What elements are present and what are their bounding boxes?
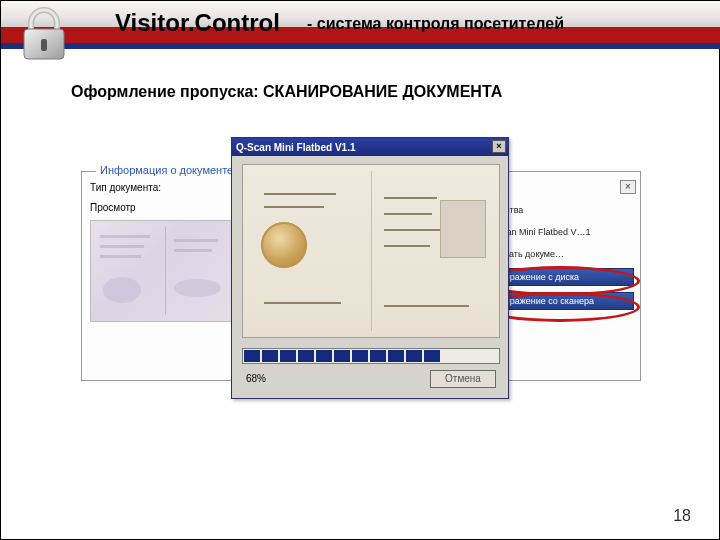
progress-segment xyxy=(316,350,332,362)
svg-rect-1 xyxy=(41,39,47,51)
stop-scan-button[interactable]: Отмена xyxy=(430,370,496,388)
progress-segment xyxy=(388,350,404,362)
passport-right-page xyxy=(372,171,494,331)
section-heading: Оформление пропуска: СКАНИРОВАНИЕ ДОКУМЕ… xyxy=(71,83,502,101)
progress-segment xyxy=(280,350,296,362)
progress-segment xyxy=(262,350,278,362)
passport-left-page xyxy=(249,171,372,331)
doc-type-label: Тип документа: xyxy=(90,182,161,193)
document-thumbnail[interactable] xyxy=(90,220,240,322)
slide: Visitor.Control - система контроля посет… xyxy=(0,0,720,540)
scan-dialog: Q-Scan Mini Flatbed V1.1 × xyxy=(231,137,509,399)
page-number: 18 xyxy=(673,507,691,525)
group-label: Информация о документе xyxy=(96,164,237,176)
scan-dialog-close-button[interactable]: × xyxy=(492,140,506,153)
scan-dialog-title: Q-Scan Mini Flatbed V1.1 xyxy=(236,142,355,153)
scan-preview xyxy=(242,164,500,338)
photo-placeholder xyxy=(440,200,486,258)
progress-segment xyxy=(352,350,368,362)
header-blue-bar xyxy=(1,43,720,49)
emblem-icon xyxy=(261,222,307,268)
progress-segment xyxy=(298,350,314,362)
progress-segment xyxy=(370,350,386,362)
thumbnail-texture xyxy=(91,221,239,321)
app-title: Visitor.Control xyxy=(115,9,280,37)
scan-progress-percent: 68% xyxy=(246,373,266,384)
progress-segment xyxy=(244,350,260,362)
lock-icon xyxy=(11,1,77,67)
passport-render xyxy=(249,171,493,331)
progress-segment xyxy=(424,350,440,362)
scan-dialog-titlebar[interactable]: Q-Scan Mini Flatbed V1.1 × xyxy=(232,138,508,156)
progress-segment xyxy=(334,350,350,362)
preview-label: Просмотр xyxy=(90,202,136,213)
app-tagline: - система контроля посетителей xyxy=(307,15,564,33)
window-close-button[interactable]: × xyxy=(620,180,636,194)
progress-segment xyxy=(406,350,422,362)
scan-progress-bar xyxy=(242,348,500,364)
